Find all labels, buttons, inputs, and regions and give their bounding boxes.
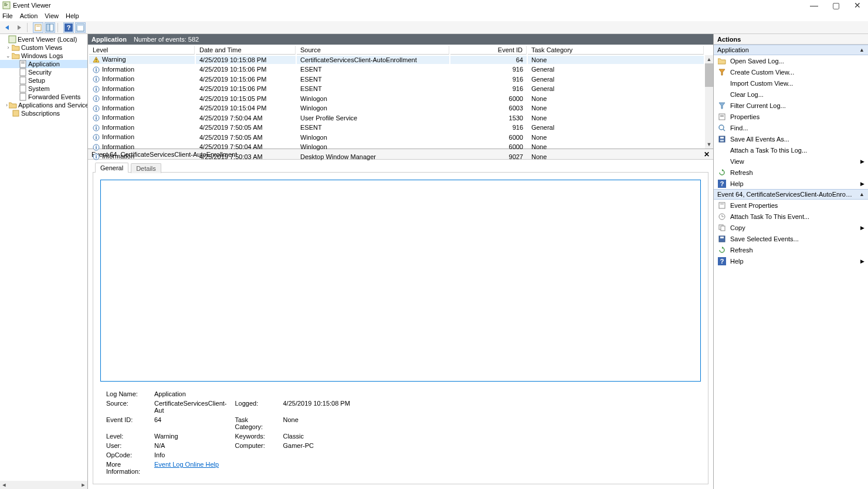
action-filter-log[interactable]: Filter Current Log... (714, 100, 868, 111)
action-clear-log[interactable]: Clear Log... (714, 89, 868, 100)
info-icon (93, 86, 100, 93)
info-icon (93, 153, 100, 160)
grid-vscrollbar[interactable]: ▲▼ (705, 55, 713, 149)
close-button[interactable]: ✕ (854, 1, 861, 10)
tree-hscrollbar[interactable]: ◄► (0, 481, 87, 489)
action-refresh[interactable]: Refresh (714, 167, 868, 178)
table-row[interactable]: Information4/25/2019 10:15:06 PMESENT916… (89, 85, 704, 93)
event-count: Number of events: 582 (134, 36, 199, 43)
toolbar-btn-2[interactable] (45, 22, 55, 33)
toolbar-help-button[interactable]: ? (63, 22, 74, 33)
blank-icon (717, 90, 727, 99)
action-refresh2[interactable]: Refresh (714, 244, 868, 255)
menu-help[interactable]: Help (66, 12, 79, 19)
info-icon (93, 124, 100, 131)
action-properties[interactable]: Properties (714, 111, 868, 122)
app-icon (2, 1, 11, 9)
table-row[interactable]: Information4/25/2019 7:50:03 AMDesktop W… (89, 153, 704, 161)
back-button[interactable] (2, 22, 13, 33)
tree-system[interactable]: System (0, 85, 87, 93)
svg-rect-11 (77, 24, 84, 26)
toolbar-btn-1[interactable] (33, 22, 43, 33)
val-computer: Gamer-PC (279, 441, 353, 450)
tree-root[interactable]: Event Viewer (Local) (0, 35, 87, 43)
actions-section-event[interactable]: Event 64, CertificateServicesClient-Auto… (714, 189, 868, 200)
action-attach-event[interactable]: Attach Task To This Event... (714, 211, 868, 222)
table-row[interactable]: Warning4/25/2019 10:15:08 PMCertificateS… (89, 56, 704, 65)
action-import-label: Import Custom View... (730, 80, 793, 87)
forward-button[interactable] (14, 22, 25, 33)
action-copy[interactable]: Copy▶ (714, 222, 868, 233)
tree-forwarded[interactable]: Forwarded Events (0, 93, 87, 101)
center-panel: Application Number of events: 582 Level … (88, 34, 714, 489)
info-icon (93, 134, 100, 141)
table-row[interactable]: Information4/25/2019 7:50:04 AMUser Prof… (89, 114, 704, 123)
svg-rect-20 (13, 110, 19, 116)
more-info-link[interactable]: Event Log Online Help (154, 461, 219, 468)
svg-rect-46 (96, 136, 97, 137)
tree-windows-logs[interactable]: ⌄Windows Logs (0, 52, 87, 60)
action-event-props[interactable]: Event Properties (714, 200, 868, 211)
actions-section-app[interactable]: Application▲ (714, 45, 868, 55)
tab-general[interactable]: General (95, 163, 128, 173)
action-find[interactable]: Find... (714, 122, 868, 133)
svg-rect-71 (720, 237, 724, 238)
col-source[interactable]: Source (297, 46, 449, 55)
action-saveall-label: Save All Events As... (730, 136, 789, 143)
action-attach-task[interactable]: Attach a Task To this Log... (714, 144, 868, 156)
tab-details[interactable]: Details (131, 163, 161, 173)
action-help[interactable]: ?Help▶ (714, 178, 868, 189)
action-clear-label: Clear Log... (730, 91, 764, 98)
svg-rect-36 (96, 108, 97, 110)
refresh-icon (717, 245, 727, 255)
val-source: CertificateServicesClient-Aut (151, 399, 230, 414)
table-row[interactable]: Information4/25/2019 10:15:04 PMWinlogon… (89, 104, 704, 113)
col-task[interactable]: Task Category (528, 46, 704, 55)
action-help2[interactable]: ?Help▶ (714, 255, 868, 267)
properties-icon (717, 201, 727, 210)
menu-bar: File Action View Help (0, 11, 868, 21)
info-icon (93, 114, 100, 122)
arrow-icon: ▶ (860, 225, 864, 231)
table-row[interactable]: Information4/25/2019 10:15:06 PMESENT916… (89, 65, 704, 74)
menu-view[interactable]: View (45, 12, 59, 19)
action-help2-label: Help (730, 258, 744, 265)
arrow-icon: ▶ (860, 181, 864, 187)
grid-header-row: Level Date and Time Source Event ID Task… (89, 46, 704, 55)
menu-file[interactable]: File (2, 12, 13, 19)
table-row[interactable]: Information4/25/2019 7:50:05 AMESENT916G… (89, 123, 704, 132)
toolbar-btn-4[interactable] (75, 22, 86, 33)
maximize-button[interactable]: ▢ (832, 1, 840, 10)
action-create-view[interactable]: Create Custom View... (714, 66, 868, 77)
tree-application[interactable]: Application (0, 60, 87, 68)
log-name: Application (91, 36, 127, 43)
menu-action[interactable]: Action (20, 12, 38, 19)
tree-subscriptions[interactable]: Subscriptions (0, 109, 87, 117)
tree-app-services[interactable]: ›Applications and Services Logs (0, 101, 87, 109)
table-row[interactable]: Information4/25/2019 7:50:04 AMWinlogon6… (89, 143, 704, 151)
minimize-button[interactable]: — (810, 1, 818, 10)
val-keywords: Classic (279, 432, 353, 440)
svg-rect-37 (96, 107, 97, 108)
tree-app-services-label: Applications and Services Logs (18, 102, 88, 109)
action-save-selected[interactable]: Save Selected Events... (714, 233, 868, 244)
table-row[interactable]: Information4/25/2019 10:15:05 PMWinlogon… (89, 95, 704, 103)
table-row[interactable]: Information4/25/2019 7:50:05 AMWinlogon6… (89, 133, 704, 142)
col-date[interactable]: Date and Time (196, 46, 296, 55)
event-description-box[interactable] (100, 180, 701, 382)
action-save-all[interactable]: Save All Events As... (714, 133, 868, 144)
tree-setup[interactable]: Setup (0, 76, 87, 85)
find-icon (717, 123, 727, 133)
action-import-view[interactable]: Import Custom View... (714, 77, 868, 89)
table-row[interactable]: Information4/25/2019 10:15:06 PMESENT916… (89, 75, 704, 84)
tree-custom-views[interactable]: ›Custom Views (0, 43, 87, 52)
help-icon: ? (717, 179, 727, 188)
action-view[interactable]: View▶ (714, 156, 868, 167)
val-task: None (279, 416, 353, 431)
col-level[interactable]: Level (89, 46, 195, 55)
col-eventid[interactable]: Event ID (450, 46, 527, 55)
svg-rect-6 (46, 24, 50, 31)
svg-rect-3 (4, 5, 7, 6)
action-open-log[interactable]: Open Saved Log... (714, 55, 868, 66)
tree-security[interactable]: Security (0, 68, 87, 76)
